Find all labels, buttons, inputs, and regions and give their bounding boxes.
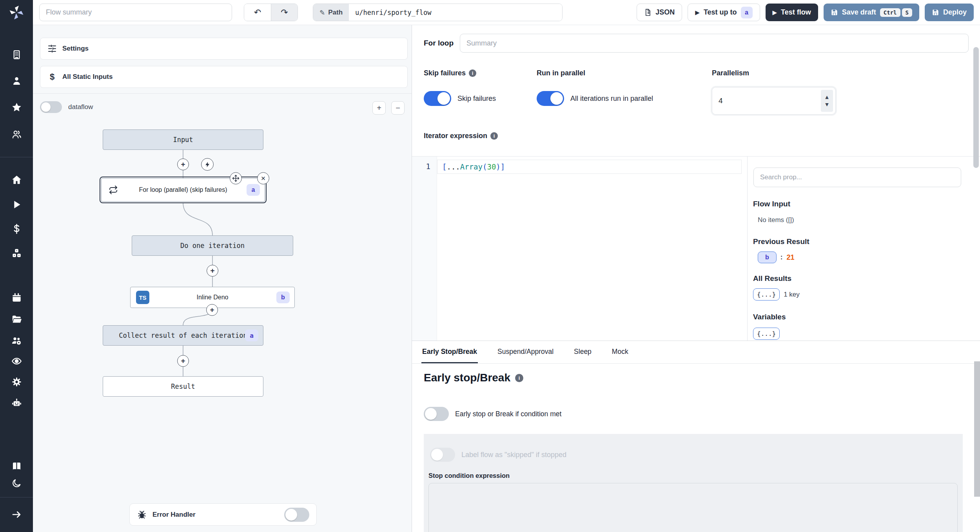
advanced-settings-panel: Early Stop/Break Suspend/Approval Sleep …: [412, 341, 980, 532]
trigger-bolt-button[interactable]: [201, 158, 214, 171]
stop-condition-label: Stop condition expression: [428, 472, 510, 479]
flow-graph-panel: Settings $ All Static Inputs dataflow + …: [33, 25, 412, 532]
info-icon[interactable]: i: [515, 374, 523, 382]
insert-step-button[interactable]: +: [177, 159, 189, 170]
delete-node-button[interactable]: ✕: [257, 172, 269, 184]
path-input[interactable]: [349, 4, 562, 21]
spinner-down-icon[interactable]: ▼: [825, 102, 828, 107]
json-button[interactable]: JSON: [637, 4, 682, 21]
info-icon[interactable]: i: [490, 132, 498, 140]
groups-admin-icon[interactable]: [11, 334, 22, 346]
spinner-up-icon[interactable]: ▲: [825, 95, 828, 100]
panel-scrollbar[interactable]: [974, 361, 980, 497]
previous-result-badge[interactable]: b: [758, 251, 777, 263]
docs-book-icon[interactable]: [11, 460, 22, 472]
kbd-s: S: [902, 8, 912, 17]
search-prop-input[interactable]: [753, 168, 961, 187]
error-handler-row[interactable]: Error Handler: [129, 503, 317, 526]
stop-condition-editor[interactable]: [428, 483, 958, 532]
run-parallel-header: Run in parallel: [537, 69, 585, 77]
move-icon: [232, 175, 240, 182]
runs-play-icon[interactable]: [11, 199, 22, 210]
test-up-to-button[interactable]: ▶ Test up to a: [688, 4, 760, 21]
rail-divider: [0, 157, 33, 157]
editor-content[interactable]: [...Array(30)]: [437, 157, 747, 341]
skip-failures-toggle[interactable]: [424, 91, 451, 106]
tab-mock[interactable]: Mock: [611, 341, 629, 363]
kbd-ctrl: Ctrl: [880, 8, 900, 17]
early-stop-toggle[interactable]: [424, 407, 449, 421]
node-collect-result[interactable]: Collect result of each iteration a: [103, 325, 263, 346]
early-stop-toggle-label: Early stop or Break if condition met: [455, 410, 561, 418]
graph-connectors: [33, 25, 412, 532]
top-toolbar: ↶ ↷ ✎ Path JSON ▶ Test up to a ▶ Test fl…: [33, 0, 980, 25]
pencil-icon: ✎: [319, 9, 325, 16]
test-flow-button[interactable]: ▶ Test flow: [766, 4, 818, 21]
undo-button[interactable]: ↶: [244, 4, 271, 21]
flow-summary-input[interactable]: [39, 4, 232, 21]
favorites-star-icon[interactable]: [11, 101, 22, 113]
variables-dollar-icon[interactable]: [11, 223, 22, 235]
code-line[interactable]: [...Array(30)]: [437, 160, 742, 174]
windmill-logo[interactable]: [8, 4, 25, 21]
toolbar-actions: JSON ▶ Test up to a ▶ Test flow Save dra…: [637, 4, 974, 21]
save-draft-button[interactable]: Save draft CtrlS: [824, 4, 919, 21]
settings-tabbar: Early Stop/Break Suspend/Approval Sleep …: [412, 341, 980, 364]
resources-boxes-icon[interactable]: [11, 247, 22, 259]
early-stop-toggle-row: Early stop or Break if condition met: [424, 407, 561, 421]
expand-arrow-icon[interactable]: [11, 508, 22, 520]
info-icon[interactable]: i: [469, 69, 476, 77]
number-spinner[interactable]: ▲▼: [821, 90, 833, 112]
move-node-button[interactable]: [230, 172, 242, 184]
node-for-loop[interactable]: For loop (parallel) (skip failures) a ✕: [101, 178, 265, 202]
tab-suspend-approval[interactable]: Suspend/Approval: [497, 341, 554, 363]
step-title: For loop: [424, 34, 454, 53]
node-input[interactable]: Input: [103, 129, 263, 150]
save-icon: [831, 9, 838, 16]
audit-eye-icon[interactable]: [11, 355, 22, 367]
variables-badge[interactable]: {...}: [753, 328, 780, 340]
file-json-icon: [644, 9, 652, 16]
config-scrollbar[interactable]: [973, 47, 979, 168]
folders-icon[interactable]: [11, 313, 22, 325]
all-results-badge[interactable]: {...}: [753, 288, 780, 301]
settings-gear-icon[interactable]: [11, 376, 22, 388]
save-icon: [932, 9, 939, 16]
early-stop-heading: Early stop/Breaki: [424, 372, 523, 384]
insert-step-button[interactable]: +: [207, 265, 218, 277]
ai-bot-icon[interactable]: [11, 397, 22, 409]
typescript-badge: TS: [136, 291, 149, 304]
editor-gutter: 1: [412, 157, 437, 341]
insert-step-button[interactable]: +: [177, 355, 189, 367]
home-icon[interactable]: [11, 174, 22, 186]
schedules-calendar-icon[interactable]: [11, 292, 22, 303]
deploy-button[interactable]: Deploy: [925, 4, 974, 21]
tab-sleep[interactable]: Sleep: [573, 341, 592, 363]
users-group-icon[interactable]: [11, 128, 22, 140]
flow-input-empty: No items ([]): [758, 216, 794, 224]
node-id-badge: b: [276, 292, 290, 303]
workspace-building-icon[interactable]: [11, 49, 22, 60]
left-icon-rail: [0, 0, 33, 532]
error-handler-toggle[interactable]: [284, 508, 309, 522]
skip-failures-row: Skip failures: [424, 91, 496, 106]
flow-editor-app: ↶ ↷ ✎ Path JSON ▶ Test up to a ▶ Test fl…: [0, 0, 980, 532]
redo-button[interactable]: ↷: [271, 4, 298, 21]
step-badge: a: [741, 7, 753, 18]
code-editor[interactable]: 1 [...Array(30)]: [412, 157, 747, 341]
all-results-header: All Results: [753, 274, 791, 283]
node-do-one-iteration[interactable]: Do one iteration: [132, 235, 293, 256]
summary-input[interactable]: [460, 34, 969, 53]
iterator-expression-header: Iterator expressioni: [424, 132, 498, 140]
node-result[interactable]: Result: [103, 376, 263, 397]
tab-early-stop-break[interactable]: Early Stop/Break: [421, 341, 478, 363]
label-skipped-label: Label flow as "skipped" if stopped: [461, 451, 566, 459]
insert-step-button[interactable]: +: [206, 304, 218, 316]
parallelism-input[interactable]: [712, 87, 821, 114]
user-icon[interactable]: [11, 75, 22, 87]
lightning-icon: [204, 161, 211, 168]
dark-mode-moon-icon[interactable]: [11, 477, 22, 489]
play-icon: ▶: [695, 9, 700, 16]
step-config-panel: For loop Skip failuresi Skip failures Ru…: [412, 25, 980, 341]
run-parallel-toggle[interactable]: [537, 91, 564, 106]
